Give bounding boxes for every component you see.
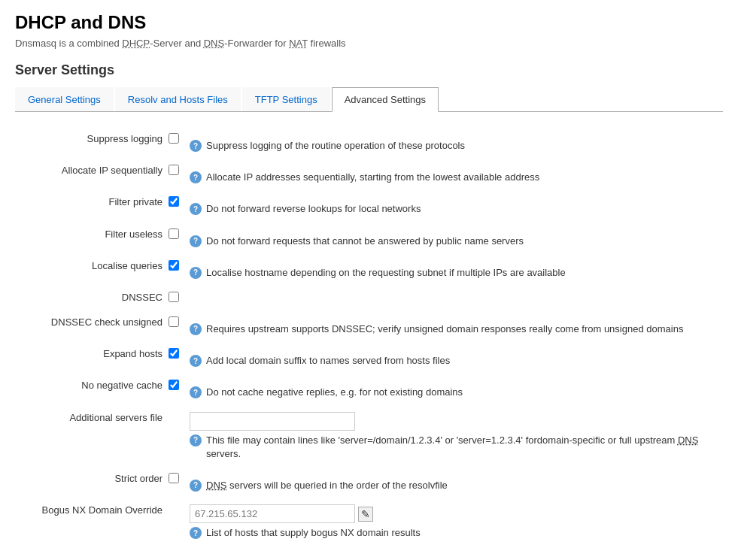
- input-bogus-nx[interactable]: [190, 504, 355, 523]
- info-icon-expand-hosts: ?: [190, 355, 202, 367]
- checkbox-expand-hosts[interactable]: [169, 348, 179, 359]
- row-localise-queries: Localise queries ? Localise hostname dep…: [15, 254, 723, 286]
- desc-filter-private: Do not forward reverse lookups for local…: [206, 202, 421, 216]
- checkbox-cell-no-negative-cache: [166, 374, 187, 405]
- desc-cell-additional-servers: ? This file may contain lines like 'serv…: [187, 406, 723, 467]
- checkbox-filter-private[interactable]: [169, 196, 179, 207]
- info-icon-filter-useless: ?: [190, 235, 202, 247]
- desc-cell-dnssec-check: ? Requires upstream supports DNSSEC; ver…: [187, 310, 723, 342]
- checkbox-dnssec-check[interactable]: [169, 316, 179, 327]
- checkbox-cell-dnssec-check: [166, 310, 187, 342]
- desc-cell-bogus-nx: ✎ ? List of hosts that supply bogus NX d…: [187, 498, 723, 546]
- desc-allocate-ip: Allocate IP addresses sequentially, star…: [206, 171, 539, 184]
- label-additional-servers: Additional servers file: [15, 406, 166, 467]
- desc-cell-expand-hosts: ? Add local domain suffix to names serve…: [187, 342, 723, 374]
- checkbox-no-negative-cache[interactable]: [169, 380, 179, 390]
- desc-cell-dnssec: [187, 286, 723, 310]
- desc-cell-filter-useless: ? Do not forward requests that cannot be…: [187, 222, 723, 254]
- checkbox-cell-suppress-logging: [166, 127, 187, 159]
- info-icon-dnssec-check: ?: [190, 323, 202, 335]
- info-icon-bogus-nx: ?: [190, 527, 202, 539]
- label-filter-useless: Filter useless: [15, 222, 166, 254]
- row-expand-hosts: Expand hosts ? Add local domain suffix t…: [15, 342, 723, 374]
- checkbox-dnssec[interactable]: [169, 292, 179, 302]
- checkbox-cell-dnssec: [166, 286, 187, 310]
- desc-additional-servers: This file may contain lines like 'server…: [206, 434, 720, 461]
- desc-filter-useless: Do not forward requests that cannot be a…: [206, 235, 524, 248]
- info-icon-strict-order: ?: [190, 480, 202, 492]
- checkbox-cell-localise-queries: [166, 254, 187, 286]
- info-icon-localise-queries: ?: [190, 267, 202, 279]
- desc-strict-order: DNS servers will be queried in the order…: [206, 479, 448, 492]
- row-additional-servers: Additional servers file ? This file may …: [15, 406, 723, 467]
- label-allocate-ip: Allocate IP sequentially: [15, 159, 166, 190]
- desc-no-negative-cache: Do not cache negative replies, e.g. for …: [206, 386, 463, 399]
- page-title: DHCP and DNS: [15, 12, 723, 33]
- desc-cell-allocate-ip: ? Allocate IP addresses sequentially, st…: [187, 159, 723, 190]
- tab-resolv[interactable]: Resolv and Hosts Files: [115, 87, 241, 111]
- checkbox-strict-order[interactable]: [169, 473, 179, 483]
- desc-localise-queries: Localise hostname depending on the reque…: [206, 266, 566, 280]
- checkbox-cell-allocate-ip: [166, 159, 187, 190]
- desc-cell-strict-order: ? DNS servers will be queried in the ord…: [187, 467, 723, 498]
- desc-cell-suppress-logging: ? Suppress logging of the routine operat…: [187, 127, 723, 159]
- checkbox-localise-queries[interactable]: [169, 260, 179, 271]
- label-dnssec: DNSSEC: [15, 286, 166, 310]
- desc-cell-no-negative-cache: ? Do not cache negative replies, e.g. fo…: [187, 374, 723, 405]
- no-checkbox-additional-servers: [166, 406, 187, 467]
- row-filter-useless: Filter useless ? Do not forward requests…: [15, 222, 723, 254]
- row-suppress-logging: Suppress logging ? Suppress logging of t…: [15, 127, 723, 159]
- row-allocate-ip: Allocate IP sequentially ? Allocate IP a…: [15, 159, 723, 190]
- checkbox-cell-filter-private: [166, 190, 187, 222]
- desc-cell-filter-private: ? Do not forward reverse lookups for loc…: [187, 190, 723, 222]
- page-subtitle: Dnsmasq is a combined DHCP-Server and DN…: [15, 38, 723, 49]
- tab-bar: General Settings Resolv and Hosts Files …: [15, 87, 723, 112]
- settings-table: Suppress logging ? Suppress logging of t…: [15, 127, 723, 546]
- desc-cell-localise-queries: ? Localise hostname depending on the req…: [187, 254, 723, 286]
- checkbox-cell-strict-order: [166, 467, 187, 498]
- info-icon-suppress-logging: ?: [190, 140, 202, 152]
- label-expand-hosts: Expand hosts: [15, 342, 166, 374]
- info-icon-allocate-ip: ?: [190, 171, 202, 183]
- desc-suppress-logging: Suppress logging of the routine operatio…: [206, 139, 465, 153]
- checkbox-filter-useless[interactable]: [169, 229, 179, 239]
- checkbox-cell-filter-useless: [166, 222, 187, 254]
- desc-expand-hosts: Add local domain suffix to names served …: [206, 354, 450, 368]
- info-icon-filter-private: ?: [190, 203, 202, 215]
- checkbox-suppress-logging[interactable]: [169, 133, 179, 144]
- desc-bogus-nx: List of hosts that supply bogus NX domai…: [206, 526, 421, 540]
- label-no-negative-cache: No negative cache: [15, 374, 166, 405]
- row-filter-private: Filter private ? Do not forward reverse …: [15, 190, 723, 222]
- edit-icon-bogus-nx[interactable]: ✎: [358, 507, 373, 522]
- tab-general[interactable]: General Settings: [15, 87, 114, 111]
- no-checkbox-bogus-nx: [166, 498, 187, 546]
- label-localise-queries: Localise queries: [15, 254, 166, 286]
- checkbox-allocate-ip[interactable]: [169, 165, 179, 175]
- row-dnssec: DNSSEC: [15, 286, 723, 310]
- section-title: Server Settings: [15, 62, 723, 78]
- info-icon-additional-servers: ?: [190, 434, 202, 446]
- row-no-negative-cache: No negative cache ? Do not cache negativ…: [15, 374, 723, 405]
- tab-tftp[interactable]: TFTP Settings: [242, 87, 330, 111]
- input-additional-servers[interactable]: [190, 412, 355, 431]
- label-dnssec-check: DNSSEC check unsigned: [15, 310, 166, 342]
- label-filter-private: Filter private: [15, 190, 166, 222]
- info-icon-no-negative-cache: ?: [190, 386, 202, 398]
- row-bogus-nx: Bogus NX Domain Override ✎ ? List of hos…: [15, 498, 723, 546]
- label-bogus-nx: Bogus NX Domain Override: [15, 498, 166, 546]
- desc-dnssec-check: Requires upstream supports DNSSEC; verif…: [206, 322, 683, 336]
- label-strict-order: Strict order: [15, 467, 166, 498]
- label-suppress-logging: Suppress logging: [15, 127, 166, 159]
- checkbox-cell-expand-hosts: [166, 342, 187, 374]
- row-dnssec-check: DNSSEC check unsigned ? Requires upstrea…: [15, 310, 723, 342]
- tab-advanced[interactable]: Advanced Settings: [332, 87, 439, 112]
- row-strict-order: Strict order ? DNS servers will be queri…: [15, 467, 723, 498]
